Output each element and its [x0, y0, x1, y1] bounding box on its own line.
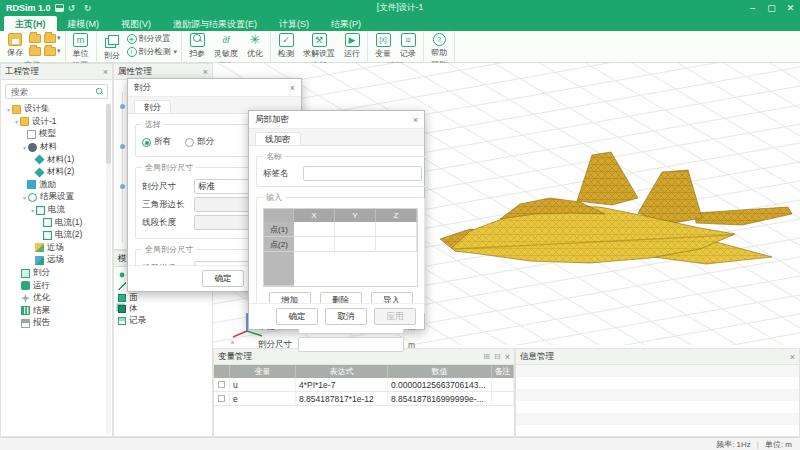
tab-wire-refine[interactable]: 线加密: [255, 132, 301, 145]
save-button[interactable]: 保存: [4, 32, 26, 59]
tree-item-run[interactable]: 运行: [1, 279, 112, 292]
tree-item-model[interactable]: 模型: [1, 128, 112, 141]
help-button[interactable]: ? 帮助: [428, 32, 450, 59]
scrollbar[interactable]: [106, 104, 111, 434]
mesh-button[interactable]: 剖分: [101, 32, 124, 62]
optimize-button[interactable]: ✳ 优化: [244, 32, 266, 60]
cell[interactable]: [335, 237, 376, 252]
point-row[interactable]: 点(2): [264, 237, 417, 252]
tree-item-material-1[interactable]: 材料(1): [1, 153, 112, 166]
model-item-body[interactable]: 体: [114, 304, 212, 316]
col-value[interactable]: 数值: [388, 365, 492, 378]
add-variable-icon[interactable]: ⊞: [483, 352, 490, 361]
close-icon[interactable]: ×: [790, 352, 795, 362]
solve-gear-icon: ⚒: [312, 33, 327, 47]
search-box[interactable]: [5, 84, 108, 99]
sensitivity-icon: ∂f: [219, 33, 234, 47]
model-item-record[interactable]: 记录: [114, 315, 212, 327]
tab-home[interactable]: 主页(H): [4, 16, 57, 31]
minimize-button[interactable]: –: [743, 0, 762, 16]
tree-item-far-field[interactable]: 远场: [1, 254, 112, 267]
import-folder-icon[interactable]: [44, 34, 56, 43]
tree-item-optimize[interactable]: 优化: [1, 292, 112, 305]
cell[interactable]: [376, 237, 417, 252]
tree-item-current-1[interactable]: 电流(1): [1, 216, 112, 229]
col-remark[interactable]: 备注: [492, 365, 514, 378]
tree-item-near-field[interactable]: 近场: [1, 242, 112, 255]
check-button[interactable]: ✓ 检测: [275, 32, 297, 60]
open-folder-icon[interactable]: [29, 34, 41, 43]
quick-save-icon[interactable]: [55, 4, 64, 12]
table-row[interactable]: e 8.854187817*1e-12 8.854187816999999e-.…: [214, 392, 514, 406]
mesh-check-button[interactable]: ! 剖分检测 ▾: [127, 45, 178, 58]
floppy-icon: [8, 33, 22, 46]
status-divider: |: [757, 440, 759, 449]
close-icon[interactable]: ×: [413, 115, 418, 125]
tree-item-design-1[interactable]: ▾设计-1: [1, 116, 112, 129]
tab-results[interactable]: 结果(P): [320, 16, 372, 31]
unit-button[interactable]: m 单位: [70, 32, 92, 60]
record-button[interactable]: ≡ 记录: [397, 32, 419, 60]
tree-item-excitation[interactable]: 激励: [1, 179, 112, 192]
close-icon[interactable]: ×: [203, 67, 208, 77]
maximize-button[interactable]: ▢: [762, 0, 781, 16]
tree-item-design-root[interactable]: ▾设计集: [1, 103, 112, 116]
checkbox[interactable]: [218, 381, 225, 388]
mesh-settings-button[interactable]: ✳ 剖分设置: [127, 32, 178, 45]
cell[interactable]: [335, 222, 376, 237]
tree-item-report[interactable]: 报告: [1, 317, 112, 330]
point-row[interactable]: 点(1): [264, 222, 417, 237]
cancel-button[interactable]: 取消: [325, 308, 367, 325]
close-icon[interactable]: ×: [505, 352, 510, 362]
run-label: 运行: [344, 48, 360, 59]
record-label: 记录: [400, 48, 416, 59]
tree-item-current[interactable]: ▾电流: [1, 204, 112, 217]
col-variable[interactable]: 变量: [230, 365, 296, 378]
checkbox[interactable]: [218, 395, 225, 402]
sweep-button[interactable]: 扫参: [186, 32, 208, 60]
cell[interactable]: [294, 222, 335, 237]
undo-icon[interactable]: ↺: [66, 3, 78, 13]
tab-view[interactable]: 视图(V): [110, 16, 162, 31]
col-expression[interactable]: 表达式: [296, 365, 388, 378]
mesh-dialog-title: 剖分: [134, 82, 151, 94]
tree-item-material-2[interactable]: 材料(2): [1, 166, 112, 179]
tab-compute[interactable]: 计算(S): [268, 16, 320, 31]
ok-button[interactable]: 确定: [202, 270, 244, 287]
tab-sources-results[interactable]: 激励源与结果设置(E): [162, 16, 268, 31]
close-icon[interactable]: ×: [290, 83, 295, 93]
cell[interactable]: [376, 222, 417, 237]
tree-item-current-2[interactable]: 电流(2): [1, 229, 112, 242]
redo-icon[interactable]: ↻: [82, 3, 94, 13]
tree-item-material[interactable]: ▾材料: [1, 141, 112, 154]
mesh-size-input[interactable]: [298, 337, 404, 352]
tree-item-result-settings[interactable]: ▾结果设置: [1, 191, 112, 204]
search-input[interactable]: [9, 86, 95, 98]
radio-all[interactable]: [142, 138, 151, 147]
refine-dialog-title: 局部加密: [255, 114, 289, 126]
tree-item-result[interactable]: 结果: [1, 305, 112, 318]
chevron-down-icon[interactable]: ▾: [57, 34, 61, 42]
label-name-input[interactable]: [303, 166, 422, 181]
radio-part[interactable]: [185, 138, 194, 147]
export-folder-icon[interactable]: [44, 47, 56, 56]
run-button[interactable]: ▶ 运行: [341, 32, 363, 60]
chevron-down-icon[interactable]: ▾: [57, 47, 61, 55]
delete-variable-icon[interactable]: ⊟: [494, 352, 501, 361]
close-button[interactable]: ✕: [781, 0, 800, 16]
ok-button[interactable]: 确定: [276, 308, 318, 325]
table-row[interactable]: u 4*PI*1e-7 0.00000125663706143...: [214, 378, 514, 392]
sensitivity-button[interactable]: ∂f 灵敏度: [211, 32, 241, 60]
help-label: 帮助: [431, 47, 447, 58]
tab-modeling[interactable]: 建模(M): [57, 16, 111, 31]
tree-item-mesh[interactable]: 剖分: [1, 267, 112, 280]
solve-settings-button[interactable]: ⚒ 求解设置: [300, 32, 338, 60]
stepper-dot: [120, 184, 125, 189]
cell[interactable]: [294, 237, 335, 252]
tab-mesh[interactable]: 剖分: [134, 100, 171, 113]
col-x: X: [294, 209, 335, 222]
recent-folder-icon[interactable]: [29, 47, 41, 56]
variable-button[interactable]: [x] 变量: [372, 32, 394, 60]
close-icon[interactable]: ×: [103, 67, 108, 77]
model-item-face[interactable]: 面: [114, 292, 212, 304]
